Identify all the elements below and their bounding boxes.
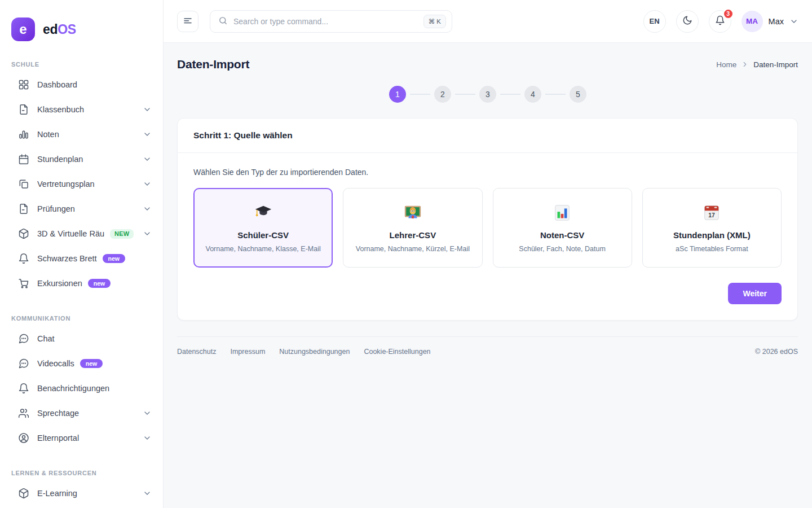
language-button[interactable]: EN bbox=[643, 10, 666, 33]
chevron-down-icon bbox=[143, 105, 152, 114]
sidebar-item-prüfungen[interactable]: Prüfungen bbox=[0, 196, 163, 221]
chevron-down-icon bbox=[789, 17, 798, 26]
chevron-down-icon bbox=[143, 204, 152, 213]
footer-link-impressum[interactable]: Impressum bbox=[230, 348, 265, 356]
topbar: ⌘ K EN 3 MA Max bbox=[164, 0, 812, 43]
import-source-options: Schüler-CSVVorname, Nachname, Klasse, E-… bbox=[193, 188, 782, 268]
moon-icon bbox=[682, 15, 692, 27]
sidebar-item-label: Chat bbox=[37, 334, 55, 343]
footer-link-cookie-einstellungen[interactable]: Cookie-Einstellungen bbox=[364, 348, 430, 356]
graduation-cap-icon bbox=[203, 203, 323, 223]
theme-toggle-button[interactable] bbox=[676, 10, 699, 33]
user-menu[interactable]: MA Max bbox=[742, 11, 798, 32]
breadcrumb: Home Daten-Import bbox=[716, 60, 798, 69]
user-circle-icon bbox=[18, 432, 29, 444]
cube-icon bbox=[18, 488, 29, 499]
sidebar-item-label: Exkursionen bbox=[37, 279, 82, 288]
sidebar-item-label: 3D & Virtuelle Räu bbox=[37, 229, 104, 238]
sidebar-item-noten[interactable]: Noten bbox=[0, 122, 163, 147]
sidebar-item-label: E-Learning bbox=[37, 489, 77, 498]
sidebar-item-sprechtage[interactable]: Sprechtage bbox=[0, 401, 163, 426]
chevron-down-icon bbox=[143, 179, 152, 189]
cube-icon bbox=[18, 228, 29, 239]
sidebar-item-label: Noten bbox=[37, 130, 59, 139]
sidebar: e edOS SCHULEDashboardKlassenbuchNotenSt… bbox=[0, 0, 164, 508]
topbar-right: EN 3 MA Max bbox=[643, 10, 798, 33]
option-description: Schüler, Fach, Note, Datum bbox=[502, 245, 623, 253]
nav-section-label: SCHULE bbox=[11, 61, 152, 68]
sidebar-item-label: Elternportal bbox=[37, 433, 79, 443]
sidebar-item-klassenbuch[interactable]: Klassenbuch bbox=[0, 97, 163, 122]
new-badge: new bbox=[88, 279, 111, 288]
sidebar-item-chat[interactable]: Chat bbox=[0, 326, 163, 351]
brand[interactable]: e edOS bbox=[0, 17, 163, 42]
step-connector bbox=[545, 94, 566, 95]
step-2[interactable]: 2 bbox=[434, 86, 451, 103]
sidebar-item-label: Stundenplan bbox=[37, 155, 83, 164]
import-option-schüler-csv[interactable]: Schüler-CSVVorname, Nachname, Klasse, E-… bbox=[193, 188, 333, 268]
sidebar-item-vertretungsplan[interactable]: Vertretungsplan bbox=[0, 172, 163, 196]
sidebar-item-exkursionen[interactable]: Exkursionennew bbox=[0, 271, 163, 296]
footer-link-nutzungsbedingungen[interactable]: Nutzungsbedingungen bbox=[279, 348, 350, 356]
sidebar-item-label: Klassenbuch bbox=[37, 105, 84, 114]
footer-links: DatenschutzImpressumNutzungsbedingungenC… bbox=[177, 348, 431, 356]
sidebar-item-3d-virtuelle-räu[interactable]: 3D & Virtuelle RäuNEW bbox=[0, 221, 163, 246]
sidebar-toggle-button[interactable] bbox=[177, 11, 198, 32]
sidebar-item-benachrichtigungen[interactable]: Benachrichtigungen bbox=[0, 376, 163, 401]
sidebar-item-label: Sprechtage bbox=[37, 409, 79, 418]
bell-icon bbox=[18, 383, 29, 394]
option-title: Noten-CSV bbox=[502, 230, 623, 240]
import-option-stundenplan-xml[interactable]: 17Stundenplan (XML)aSc Timetables Format bbox=[642, 188, 782, 268]
search-shortcut-kbd: ⌘ K bbox=[423, 15, 446, 28]
notifications-button[interactable]: 3 bbox=[709, 10, 731, 33]
logo-letter: e bbox=[19, 21, 27, 37]
dashboard-grid-icon bbox=[18, 79, 29, 90]
sidebar-item-lernpfade[interactable]: Lernpfadenew bbox=[0, 506, 163, 508]
import-option-noten-csv[interactable]: Noten-CSVSchüler, Fach, Note, Datum bbox=[493, 188, 632, 268]
step-connector bbox=[410, 94, 430, 95]
wizard-actions: Weiter bbox=[193, 283, 782, 304]
users-icon bbox=[18, 408, 29, 419]
footer-link-datenschutz[interactable]: Datenschutz bbox=[177, 348, 216, 356]
next-button[interactable]: Weiter bbox=[728, 283, 782, 304]
option-title: Lehrer-CSV bbox=[352, 230, 473, 240]
teacher-icon bbox=[352, 203, 473, 223]
option-description: Vorname, Nachname, Kürzel, E-Mail bbox=[352, 245, 473, 253]
import-stepper: 12345 bbox=[164, 86, 812, 103]
chevron-down-icon bbox=[143, 130, 152, 139]
sidebar-item-videocalls[interactable]: Videocallsnew bbox=[0, 351, 163, 376]
new-badge: new bbox=[80, 359, 103, 369]
breadcrumb-home-link[interactable]: Home bbox=[716, 60, 736, 69]
step-connector bbox=[455, 94, 475, 95]
page-head: Daten-Import Home Daten-Import bbox=[164, 43, 812, 71]
import-option-lehrer-csv[interactable]: Lehrer-CSVVorname, Nachname, Kürzel, E-M… bbox=[343, 188, 482, 268]
step-connector bbox=[500, 94, 520, 95]
sidebar-item-label: Benachrichtigungen bbox=[37, 384, 109, 393]
cart-icon bbox=[18, 278, 29, 289]
content-area[interactable]: Daten-Import Home Daten-Import 12345 Sch… bbox=[164, 43, 812, 508]
step-1[interactable]: 1 bbox=[389, 86, 406, 103]
wizard-step-heading: Schritt 1: Quelle wählen bbox=[178, 119, 797, 153]
option-description: Vorname, Nachname, Klasse, E-Mail bbox=[203, 245, 323, 253]
brand-name: edOS bbox=[43, 22, 76, 37]
step-4[interactable]: 4 bbox=[524, 86, 541, 103]
search-input[interactable]: ⌘ K bbox=[210, 10, 452, 33]
sidebar-item-dashboard[interactable]: Dashboard bbox=[0, 72, 163, 97]
sidebar-item-elternportal[interactable]: Elternportal bbox=[0, 426, 163, 450]
page-footer: DatenschutzImpressumNutzungsbedingungenC… bbox=[177, 336, 798, 369]
sidebar-nav: SCHULEDashboardKlassenbuchNotenStundenpl… bbox=[0, 61, 163, 508]
user-name: Max bbox=[769, 17, 784, 26]
search-field[interactable] bbox=[233, 17, 418, 26]
sidebar-item-stundenplan[interactable]: Stundenplan bbox=[0, 147, 163, 172]
sidebar-item-schwarzes-brett[interactable]: Schwarzes Brettnew bbox=[0, 246, 163, 271]
calendar-icon bbox=[18, 154, 29, 165]
sidebar-item-e-learning[interactable]: E-Learning bbox=[0, 481, 163, 506]
new-badge: NEW bbox=[110, 229, 134, 239]
bar-chart-icon bbox=[18, 129, 29, 140]
sidebar-item-label: Prüfungen bbox=[37, 204, 75, 213]
search-icon bbox=[218, 16, 228, 27]
step-3[interactable]: 3 bbox=[479, 86, 496, 103]
step-5[interactable]: 5 bbox=[570, 86, 586, 103]
option-description: aSc Timetables Format bbox=[652, 245, 772, 253]
chat-icon bbox=[18, 333, 29, 344]
